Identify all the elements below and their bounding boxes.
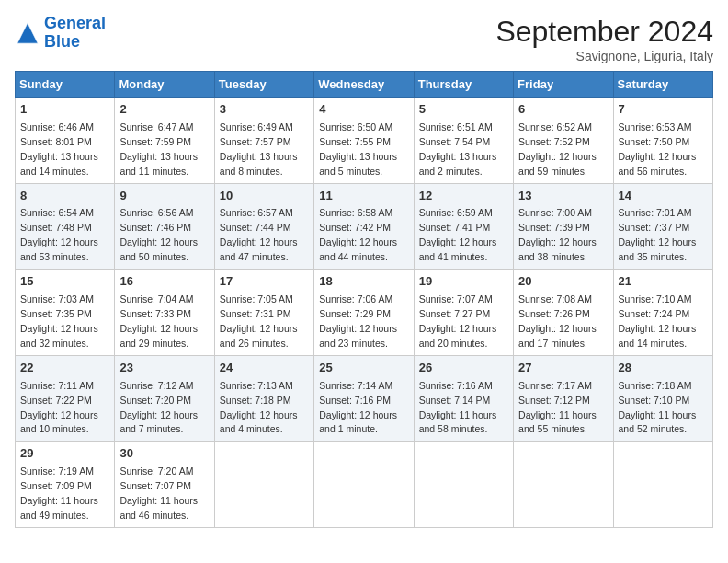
- daylight-info: Daylight: 12 hours and 23 minutes.: [319, 323, 397, 349]
- sunset-info: Sunset: 7:37 PM: [619, 222, 690, 233]
- calendar-cell: [214, 442, 313, 528]
- logo-icon: [15, 20, 40, 46]
- week-row-2: 8 Sunrise: 6:54 AM Sunset: 7:48 PM Dayli…: [16, 183, 713, 270]
- daylight-info: Daylight: 12 hours and 56 minutes.: [619, 151, 697, 177]
- calendar-cell: 20 Sunrise: 7:08 AM Sunset: 7:26 PM Dayl…: [514, 270, 613, 356]
- calendar-cell: 29 Sunrise: 7:19 AM Sunset: 7:09 PM Dayl…: [16, 442, 115, 528]
- col-header-wednesday: Wednesday: [314, 72, 414, 98]
- day-number: 18: [319, 273, 408, 291]
- sunset-info: Sunset: 7:44 PM: [220, 222, 291, 233]
- svg-marker-0: [17, 23, 38, 43]
- sunset-info: Sunset: 7:27 PM: [419, 308, 491, 319]
- logo: General Blue: [15, 15, 106, 52]
- calendar-cell: [414, 442, 513, 528]
- day-number: 13: [518, 188, 608, 205]
- day-number: 23: [119, 360, 209, 377]
- calendar-cell: 11 Sunrise: 6:58 AM Sunset: 7:42 PM Dayl…: [314, 183, 414, 270]
- col-header-monday: Monday: [115, 72, 214, 98]
- week-row-5: 29 Sunrise: 7:19 AM Sunset: 7:09 PM Dayl…: [16, 442, 713, 528]
- calendar-cell: 18 Sunrise: 7:06 AM Sunset: 7:29 PM Dayl…: [314, 270, 414, 356]
- calendar-cell: 14 Sunrise: 7:01 AM Sunset: 7:37 PM Dayl…: [613, 183, 712, 270]
- sunset-info: Sunset: 7:48 PM: [20, 222, 92, 233]
- daylight-info: Daylight: 12 hours and 44 minutes.: [319, 236, 397, 262]
- daylight-info: Daylight: 11 hours and 52 minutes.: [619, 409, 697, 435]
- daylight-info: Daylight: 12 hours and 14 minutes.: [619, 323, 697, 349]
- day-number: 27: [518, 360, 608, 377]
- daylight-info: Daylight: 12 hours and 1 minute.: [319, 409, 397, 435]
- calendar-cell: 21 Sunrise: 7:10 AM Sunset: 7:24 PM Dayl…: [613, 270, 712, 356]
- day-number: 3: [220, 101, 309, 119]
- sunset-info: Sunset: 8:01 PM: [20, 136, 92, 147]
- col-header-friday: Friday: [514, 72, 613, 98]
- sunset-info: Sunset: 7:59 PM: [119, 136, 191, 147]
- calendar-cell: 30 Sunrise: 7:20 AM Sunset: 7:07 PM Dayl…: [115, 442, 214, 528]
- header-row: SundayMondayTuesdayWednesdayThursdayFrid…: [16, 72, 713, 98]
- daylight-info: Daylight: 12 hours and 10 minutes.: [20, 409, 98, 435]
- sunrise-info: Sunrise: 7:18 AM: [619, 380, 692, 391]
- sunrise-info: Sunrise: 7:00 AM: [518, 207, 592, 218]
- sunrise-info: Sunrise: 6:57 AM: [220, 207, 293, 218]
- daylight-info: Daylight: 12 hours and 32 minutes.: [20, 323, 98, 349]
- sunrise-info: Sunrise: 6:46 AM: [20, 121, 94, 132]
- sunrise-info: Sunrise: 7:06 AM: [319, 293, 392, 304]
- daylight-info: Daylight: 12 hours and 20 minutes.: [419, 323, 497, 349]
- daylight-info: Daylight: 11 hours and 46 minutes.: [119, 495, 198, 521]
- day-number: 19: [419, 273, 508, 291]
- day-number: 10: [220, 188, 309, 205]
- sunset-info: Sunset: 7:26 PM: [518, 308, 590, 319]
- calendar-cell: 22 Sunrise: 7:11 AM Sunset: 7:22 PM Dayl…: [16, 355, 115, 442]
- calendar-cell: 27 Sunrise: 7:17 AM Sunset: 7:12 PM Dayl…: [514, 355, 613, 442]
- col-header-sunday: Sunday: [16, 72, 115, 98]
- day-number: 2: [119, 101, 209, 119]
- calendar-cell: 1 Sunrise: 6:46 AM Sunset: 8:01 PM Dayli…: [16, 98, 115, 184]
- sunrise-info: Sunrise: 7:01 AM: [619, 207, 692, 218]
- sunset-info: Sunset: 7:41 PM: [419, 222, 491, 233]
- calendar-cell: 8 Sunrise: 6:54 AM Sunset: 7:48 PM Dayli…: [16, 183, 115, 270]
- sunset-info: Sunset: 7:14 PM: [419, 395, 491, 406]
- sunrise-info: Sunrise: 6:56 AM: [119, 207, 193, 218]
- calendar-cell: 19 Sunrise: 7:07 AM Sunset: 7:27 PM Dayl…: [414, 270, 513, 356]
- calendar-cell: 10 Sunrise: 6:57 AM Sunset: 7:44 PM Dayl…: [214, 183, 313, 270]
- daylight-info: Daylight: 12 hours and 50 minutes.: [119, 236, 198, 262]
- week-row-1: 1 Sunrise: 6:46 AM Sunset: 8:01 PM Dayli…: [16, 98, 713, 184]
- daylight-info: Daylight: 11 hours and 58 minutes.: [419, 409, 497, 435]
- calendar-cell: 13 Sunrise: 7:00 AM Sunset: 7:39 PM Dayl…: [514, 183, 613, 270]
- day-number: 24: [220, 360, 309, 377]
- calendar-cell: 25 Sunrise: 7:14 AM Sunset: 7:16 PM Dayl…: [314, 355, 414, 442]
- daylight-info: Daylight: 12 hours and 4 minutes.: [220, 409, 298, 435]
- sunrise-info: Sunrise: 7:19 AM: [20, 465, 94, 477]
- daylight-info: Daylight: 11 hours and 49 minutes.: [20, 495, 98, 521]
- sunrise-info: Sunrise: 7:13 AM: [220, 380, 293, 391]
- day-number: 30: [119, 445, 209, 463]
- day-number: 20: [518, 273, 608, 291]
- day-number: 21: [619, 273, 708, 291]
- calendar-cell: 15 Sunrise: 7:03 AM Sunset: 7:35 PM Dayl…: [16, 270, 115, 356]
- sunrise-info: Sunrise: 6:53 AM: [619, 121, 692, 132]
- week-row-4: 22 Sunrise: 7:11 AM Sunset: 7:22 PM Dayl…: [16, 355, 713, 442]
- day-number: 16: [119, 273, 209, 291]
- daylight-info: Daylight: 12 hours and 35 minutes.: [619, 236, 697, 262]
- sunset-info: Sunset: 7:35 PM: [20, 308, 92, 319]
- calendar-cell: 2 Sunrise: 6:47 AM Sunset: 7:59 PM Dayli…: [115, 98, 214, 184]
- sunset-info: Sunset: 7:39 PM: [518, 222, 590, 233]
- calendar-cell: 28 Sunrise: 7:18 AM Sunset: 7:10 PM Dayl…: [613, 355, 712, 442]
- day-number: 4: [319, 101, 408, 119]
- sunset-info: Sunset: 7:31 PM: [220, 308, 291, 319]
- sunrise-info: Sunrise: 6:47 AM: [119, 121, 193, 132]
- sunset-info: Sunset: 7:57 PM: [220, 136, 291, 147]
- col-header-tuesday: Tuesday: [214, 72, 313, 98]
- sunset-info: Sunset: 7:09 PM: [20, 480, 92, 491]
- sunrise-info: Sunrise: 7:14 AM: [319, 380, 392, 391]
- sunrise-info: Sunrise: 7:16 AM: [419, 380, 493, 391]
- calendar-cell: 24 Sunrise: 7:13 AM Sunset: 7:18 PM Dayl…: [214, 355, 313, 442]
- sunset-info: Sunset: 7:22 PM: [20, 395, 92, 406]
- sunrise-info: Sunrise: 7:08 AM: [518, 293, 592, 304]
- day-number: 7: [619, 101, 708, 119]
- sunset-info: Sunset: 7:52 PM: [518, 136, 590, 147]
- calendar-cell: 5 Sunrise: 6:51 AM Sunset: 7:54 PM Dayli…: [414, 98, 513, 184]
- sunrise-info: Sunrise: 6:50 AM: [319, 121, 392, 132]
- sunset-info: Sunset: 7:18 PM: [220, 395, 291, 406]
- day-number: 22: [20, 360, 109, 377]
- location: Savignone, Liguria, Italy: [495, 49, 713, 63]
- sunrise-info: Sunrise: 6:58 AM: [319, 207, 392, 218]
